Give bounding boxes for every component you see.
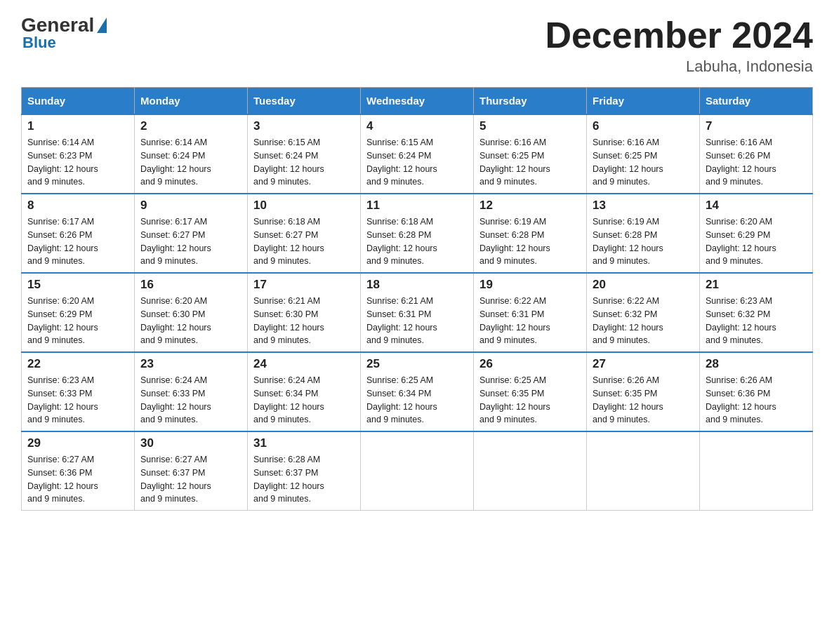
day-number: 16: [140, 278, 241, 292]
calendar-cell: 10 Sunrise: 6:18 AM Sunset: 6:27 PM Dayl…: [248, 194, 361, 273]
day-info: Sunrise: 6:16 AM Sunset: 6:25 PM Dayligh…: [479, 136, 581, 189]
day-info: Sunrise: 6:20 AM Sunset: 6:29 PM Dayligh…: [706, 215, 807, 268]
calendar-week-3: 15 Sunrise: 6:20 AM Sunset: 6:29 PM Dayl…: [22, 273, 813, 352]
day-info: Sunrise: 6:18 AM Sunset: 6:28 PM Dayligh…: [366, 215, 468, 268]
day-info: Sunrise: 6:18 AM Sunset: 6:27 PM Dayligh…: [253, 215, 355, 268]
day-info: Sunrise: 6:25 AM Sunset: 6:35 PM Dayligh…: [479, 374, 581, 427]
day-info: Sunrise: 6:20 AM Sunset: 6:29 PM Dayligh…: [27, 295, 128, 347]
calendar-cell: 23 Sunrise: 6:24 AM Sunset: 6:33 PM Dayl…: [135, 352, 248, 431]
calendar-header-monday: Monday: [135, 88, 248, 115]
day-number: 10: [253, 199, 355, 213]
day-info: Sunrise: 6:19 AM Sunset: 6:28 PM Dayligh…: [479, 215, 581, 268]
day-number: 8: [27, 199, 128, 213]
day-info: Sunrise: 6:28 AM Sunset: 6:37 PM Dayligh…: [253, 453, 355, 506]
day-number: 7: [706, 119, 807, 133]
calendar-header-friday: Friday: [587, 88, 700, 115]
day-number: 12: [479, 199, 581, 213]
calendar-header-sunday: Sunday: [22, 88, 135, 115]
day-info: Sunrise: 6:16 AM Sunset: 6:25 PM Dayligh…: [593, 136, 694, 189]
day-number: 11: [366, 199, 468, 213]
day-number: 14: [706, 199, 807, 213]
day-info: Sunrise: 6:17 AM Sunset: 6:27 PM Dayligh…: [140, 215, 241, 268]
calendar-cell: 2 Sunrise: 6:14 AM Sunset: 6:24 PM Dayli…: [135, 114, 248, 194]
calendar-cell: 27 Sunrise: 6:26 AM Sunset: 6:35 PM Dayl…: [587, 352, 700, 431]
title-section: December 2024 Labuha, Indonesia: [545, 14, 813, 76]
day-info: Sunrise: 6:21 AM Sunset: 6:31 PM Dayligh…: [366, 295, 468, 347]
day-number: 30: [140, 436, 241, 450]
day-number: 18: [366, 278, 468, 292]
calendar-cell: 30 Sunrise: 6:27 AM Sunset: 6:37 PM Dayl…: [135, 431, 248, 511]
calendar-cell: 7 Sunrise: 6:16 AM Sunset: 6:26 PM Dayli…: [700, 114, 813, 194]
day-info: Sunrise: 6:14 AM Sunset: 6:24 PM Dayligh…: [140, 136, 241, 189]
calendar-cell: [700, 431, 813, 511]
day-number: 6: [593, 119, 694, 133]
day-info: Sunrise: 6:14 AM Sunset: 6:23 PM Dayligh…: [27, 136, 128, 189]
calendar-cell: 5 Sunrise: 6:16 AM Sunset: 6:25 PM Dayli…: [474, 114, 587, 194]
day-number: 19: [479, 278, 581, 292]
day-number: 25: [366, 357, 468, 371]
day-number: 17: [253, 278, 355, 292]
calendar-subtitle: Labuha, Indonesia: [545, 58, 813, 76]
day-number: 24: [253, 357, 355, 371]
calendar-cell: [587, 431, 700, 511]
day-number: 22: [27, 357, 128, 371]
day-number: 13: [593, 199, 694, 213]
calendar-header-wednesday: Wednesday: [361, 88, 474, 115]
calendar-cell: 3 Sunrise: 6:15 AM Sunset: 6:24 PM Dayli…: [248, 114, 361, 194]
day-info: Sunrise: 6:15 AM Sunset: 6:24 PM Dayligh…: [253, 136, 355, 189]
calendar-cell: 13 Sunrise: 6:19 AM Sunset: 6:28 PM Dayl…: [587, 194, 700, 273]
calendar-cell: 1 Sunrise: 6:14 AM Sunset: 6:23 PM Dayli…: [22, 114, 135, 194]
calendar-cell: 29 Sunrise: 6:27 AM Sunset: 6:36 PM Dayl…: [22, 431, 135, 511]
day-number: 9: [140, 199, 241, 213]
calendar-cell: 24 Sunrise: 6:24 AM Sunset: 6:34 PM Dayl…: [248, 352, 361, 431]
day-info: Sunrise: 6:26 AM Sunset: 6:36 PM Dayligh…: [706, 374, 807, 427]
calendar-cell: 11 Sunrise: 6:18 AM Sunset: 6:28 PM Dayl…: [361, 194, 474, 273]
calendar-week-2: 8 Sunrise: 6:17 AM Sunset: 6:26 PM Dayli…: [22, 194, 813, 273]
day-number: 21: [706, 278, 807, 292]
calendar-cell: 4 Sunrise: 6:15 AM Sunset: 6:24 PM Dayli…: [361, 114, 474, 194]
calendar-cell: 25 Sunrise: 6:25 AM Sunset: 6:34 PM Dayl…: [361, 352, 474, 431]
day-info: Sunrise: 6:24 AM Sunset: 6:34 PM Dayligh…: [253, 374, 355, 427]
calendar-week-4: 22 Sunrise: 6:23 AM Sunset: 6:33 PM Dayl…: [22, 352, 813, 431]
day-number: 20: [593, 278, 694, 292]
calendar-cell: 18 Sunrise: 6:21 AM Sunset: 6:31 PM Dayl…: [361, 273, 474, 352]
day-number: 27: [593, 357, 694, 371]
day-info: Sunrise: 6:16 AM Sunset: 6:26 PM Dayligh…: [706, 136, 807, 189]
day-info: Sunrise: 6:26 AM Sunset: 6:35 PM Dayligh…: [593, 374, 694, 427]
calendar-title: December 2024: [545, 14, 813, 56]
day-info: Sunrise: 6:23 AM Sunset: 6:32 PM Dayligh…: [706, 295, 807, 347]
calendar-cell: [474, 431, 587, 511]
calendar-cell: 17 Sunrise: 6:21 AM Sunset: 6:30 PM Dayl…: [248, 273, 361, 352]
day-number: 4: [366, 119, 468, 133]
calendar-cell: 21 Sunrise: 6:23 AM Sunset: 6:32 PM Dayl…: [700, 273, 813, 352]
calendar-header-saturday: Saturday: [700, 88, 813, 115]
calendar-cell: 9 Sunrise: 6:17 AM Sunset: 6:27 PM Dayli…: [135, 194, 248, 273]
calendar-cell: 20 Sunrise: 6:22 AM Sunset: 6:32 PM Dayl…: [587, 273, 700, 352]
calendar-header-row: SundayMondayTuesdayWednesdayThursdayFrid…: [22, 88, 813, 115]
day-info: Sunrise: 6:21 AM Sunset: 6:30 PM Dayligh…: [253, 295, 355, 347]
calendar-cell: 6 Sunrise: 6:16 AM Sunset: 6:25 PM Dayli…: [587, 114, 700, 194]
calendar-cell: 16 Sunrise: 6:20 AM Sunset: 6:30 PM Dayl…: [135, 273, 248, 352]
day-info: Sunrise: 6:27 AM Sunset: 6:37 PM Dayligh…: [140, 453, 241, 506]
calendar-week-1: 1 Sunrise: 6:14 AM Sunset: 6:23 PM Dayli…: [22, 114, 813, 194]
calendar-cell: 31 Sunrise: 6:28 AM Sunset: 6:37 PM Dayl…: [248, 431, 361, 511]
day-info: Sunrise: 6:27 AM Sunset: 6:36 PM Dayligh…: [27, 453, 128, 506]
logo: General Blue: [21, 14, 108, 52]
calendar-header-tuesday: Tuesday: [248, 88, 361, 115]
calendar-cell: 8 Sunrise: 6:17 AM Sunset: 6:26 PM Dayli…: [22, 194, 135, 273]
day-info: Sunrise: 6:19 AM Sunset: 6:28 PM Dayligh…: [593, 215, 694, 268]
day-info: Sunrise: 6:24 AM Sunset: 6:33 PM Dayligh…: [140, 374, 241, 427]
calendar-cell: 19 Sunrise: 6:22 AM Sunset: 6:31 PM Dayl…: [474, 273, 587, 352]
day-info: Sunrise: 6:22 AM Sunset: 6:31 PM Dayligh…: [479, 295, 581, 347]
calendar-cell: [361, 431, 474, 511]
calendar-cell: 26 Sunrise: 6:25 AM Sunset: 6:35 PM Dayl…: [474, 352, 587, 431]
day-info: Sunrise: 6:22 AM Sunset: 6:32 PM Dayligh…: [593, 295, 694, 347]
logo-triangle-icon: [97, 18, 107, 33]
day-number: 5: [479, 119, 581, 133]
day-number: 2: [140, 119, 241, 133]
calendar-cell: 14 Sunrise: 6:20 AM Sunset: 6:29 PM Dayl…: [700, 194, 813, 273]
day-number: 29: [27, 436, 128, 450]
day-info: Sunrise: 6:17 AM Sunset: 6:26 PM Dayligh…: [27, 215, 128, 268]
day-number: 26: [479, 357, 581, 371]
calendar-header-thursday: Thursday: [474, 88, 587, 115]
